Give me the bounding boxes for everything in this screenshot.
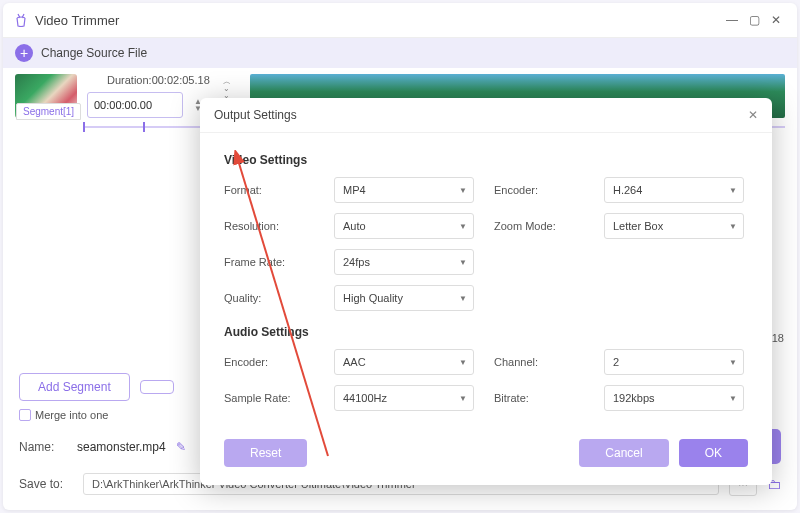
- add-segment-button[interactable]: Add Segment: [19, 373, 130, 401]
- encoder-value: H.264: [613, 184, 642, 196]
- resolution-value: Auto: [343, 220, 366, 232]
- audio-settings-heading: Audio Settings: [224, 325, 748, 339]
- file-name: seamonster.mp4: [77, 440, 166, 454]
- video-settings-heading: Video Settings: [224, 153, 748, 167]
- duration-label: Duration:00:02:05.18: [107, 74, 210, 86]
- channel-select[interactable]: 2: [604, 349, 744, 375]
- app-logo-icon: [13, 12, 29, 28]
- samplerate-select[interactable]: 44100Hz: [334, 385, 474, 411]
- reset-button[interactable]: Reset: [224, 439, 307, 467]
- format-label: Format:: [224, 184, 314, 196]
- start-time-input[interactable]: 00:00:00.00: [87, 92, 183, 118]
- framerate-select[interactable]: 24fps: [334, 249, 474, 275]
- zoom-select[interactable]: Letter Box: [604, 213, 744, 239]
- audio-encoder-select[interactable]: AAC: [334, 349, 474, 375]
- encoder-select[interactable]: H.264: [604, 177, 744, 203]
- format-select[interactable]: MP4: [334, 177, 474, 203]
- output-settings-dialog: Output Settings ✕ Video Settings Format:…: [200, 98, 772, 485]
- change-source-label[interactable]: Change Source File: [41, 46, 147, 60]
- zoom-value: Letter Box: [613, 220, 663, 232]
- edit-name-icon[interactable]: ✎: [176, 440, 186, 454]
- bitrate-value: 192kbps: [613, 392, 655, 404]
- quality-select[interactable]: High Quality: [334, 285, 474, 311]
- bitrate-label: Bitrate:: [494, 392, 584, 404]
- merge-label: Merge into one: [35, 409, 108, 421]
- plus-icon[interactable]: +: [15, 44, 33, 62]
- samplerate-value: 44100Hz: [343, 392, 387, 404]
- source-bar: + Change Source File: [3, 38, 797, 68]
- audio-encoder-value: AAC: [343, 356, 366, 368]
- encoder-label: Encoder:: [494, 184, 584, 196]
- resolution-label: Resolution:: [224, 220, 314, 232]
- samplerate-label: Sample Rate:: [224, 392, 314, 404]
- channel-label: Channel:: [494, 356, 584, 368]
- minimize-button[interactable]: —: [721, 9, 743, 31]
- dialog-title: Output Settings: [214, 108, 748, 122]
- name-label: Name:: [19, 440, 67, 454]
- checkbox-icon: [19, 409, 31, 421]
- close-button[interactable]: ✕: [765, 9, 787, 31]
- bitrate-select[interactable]: 192kbps: [604, 385, 744, 411]
- framerate-value: 24fps: [343, 256, 370, 268]
- cancel-button[interactable]: Cancel: [579, 439, 668, 467]
- titlebar: Video Trimmer — ▢ ✕: [3, 3, 797, 38]
- dialog-close-icon[interactable]: ✕: [748, 108, 758, 122]
- quality-label: Quality:: [224, 292, 314, 304]
- start-time-value: 00:00:00.00: [94, 99, 152, 111]
- resolution-select[interactable]: Auto: [334, 213, 474, 239]
- ok-button[interactable]: OK: [679, 439, 748, 467]
- format-value: MP4: [343, 184, 366, 196]
- maximize-button[interactable]: ▢: [743, 9, 765, 31]
- quality-value: High Quality: [343, 292, 403, 304]
- audio-encoder-label: Encoder:: [224, 356, 314, 368]
- secondary-button[interactable]: [140, 380, 174, 394]
- app-title: Video Trimmer: [35, 13, 721, 28]
- framerate-label: Frame Rate:: [224, 256, 314, 268]
- save-to-label: Save to:: [19, 477, 73, 491]
- merge-checkbox[interactable]: Merge into one: [19, 409, 108, 421]
- channel-value: 2: [613, 356, 619, 368]
- zoom-label: Zoom Mode:: [494, 220, 584, 232]
- segment-tab[interactable]: Segment[1]: [16, 103, 81, 120]
